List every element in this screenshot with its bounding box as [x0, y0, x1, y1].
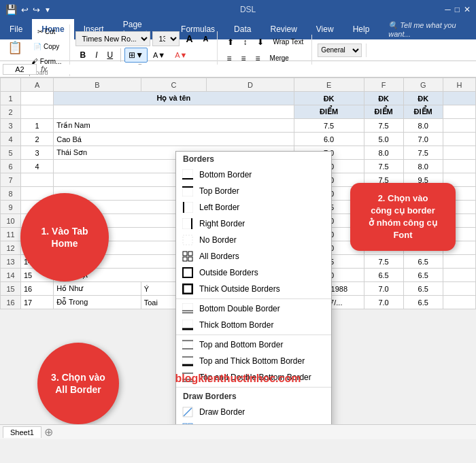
cell-H4[interactable]	[443, 133, 475, 146]
cell-B2[interactable]	[54, 105, 294, 119]
cell-F13[interactable]: 7.5	[364, 255, 403, 269]
cell-B4[interactable]: Cao Bá	[54, 133, 294, 146]
cell-A2[interactable]	[21, 105, 54, 119]
cell-F14[interactable]: 6.5	[364, 269, 403, 282]
cell-F1[interactable]: ĐK	[364, 92, 403, 105]
cell-B3[interactable]: Trần Nam	[54, 119, 294, 133]
align-middle-btn[interactable]: ↕	[239, 35, 252, 50]
cell-A7[interactable]	[21, 173, 54, 187]
align-top-btn[interactable]: ⬆	[223, 35, 238, 50]
menu-item-top-thick-bottom[interactable]: Top and Thick Bottom Border	[176, 353, 331, 369]
cell-F3[interactable]: 7.5	[364, 119, 403, 133]
cell-H1[interactable]	[443, 92, 475, 105]
cell-H3[interactable]	[443, 119, 475, 133]
undo-icon[interactable]: ↩	[21, 5, 29, 15]
col-D[interactable]: D	[207, 78, 294, 92]
align-bottom-btn[interactable]: ⬇	[253, 35, 268, 50]
add-sheet-btn[interactable]: ⊕	[44, 426, 53, 439]
redo-icon[interactable]: ↪	[33, 5, 40, 15]
menu-item-no-border[interactable]: No Border	[176, 232, 331, 248]
col-H[interactable]: H	[443, 78, 475, 92]
cell-F4[interactable]: 5.0	[364, 133, 403, 146]
cell-A16[interactable]: 17	[21, 296, 54, 309]
cell-E2[interactable]: ĐIỂM	[294, 105, 364, 119]
cell-A1[interactable]	[21, 92, 54, 105]
quick-access-more[interactable]: ▼	[44, 6, 51, 14]
sheet-tab-1[interactable]: Sheet1	[3, 426, 41, 438]
col-E[interactable]: E	[294, 78, 364, 92]
cell-G3[interactable]: 8.0	[403, 119, 443, 133]
close-btn[interactable]: ✕	[464, 5, 471, 14]
cell-F16[interactable]: 7.0	[364, 296, 403, 309]
merge-btn[interactable]: Merge	[266, 51, 293, 66]
font-color-btn[interactable]: A▼	[171, 48, 191, 63]
col-F[interactable]: F	[364, 78, 403, 92]
cell-F2[interactable]: ĐIỂM	[364, 105, 403, 119]
cell-G15[interactable]: 6.5	[403, 282, 443, 296]
menu-item-all-borders[interactable]: All Borders	[176, 248, 331, 264]
cell-G1[interactable]: ĐK	[403, 92, 443, 105]
col-G[interactable]: G	[403, 78, 443, 92]
tab-help[interactable]: Help	[343, 19, 379, 39]
menu-item-thick-outside[interactable]: Thick Outside Borders	[176, 281, 331, 297]
number-format-select[interactable]: General	[318, 44, 362, 57]
cell-F6[interactable]: 7.5	[364, 160, 403, 173]
cell-B15[interactable]: Hồ Như	[54, 282, 141, 296]
save-icon[interactable]: 💾	[5, 4, 17, 15]
tab-tell-me[interactable]: 🔍 Tell me what you want...	[379, 19, 476, 39]
cell-G4[interactable]: 7.0	[403, 133, 443, 146]
menu-item-top-bottom[interactable]: Top and Bottom Border	[176, 337, 331, 353]
copy-btn[interactable]: 📄 Copy	[27, 39, 65, 54]
bold-btn[interactable]: B	[75, 48, 90, 63]
cell-H16[interactable]	[443, 296, 475, 309]
cell-G14[interactable]: 6.5	[403, 269, 443, 282]
cell-H14[interactable]	[443, 269, 475, 282]
font-grow-btn[interactable]: A	[182, 31, 197, 46]
cell-A3[interactable]: 1	[21, 119, 54, 133]
cell-B1[interactable]: Họ và tên	[54, 92, 294, 105]
menu-item-bottom-double[interactable]: Bottom Double Border	[176, 301, 331, 317]
font-size-select[interactable]: 13	[152, 31, 180, 46]
menu-item-outside-borders[interactable]: Outside Borders	[176, 264, 331, 281]
cell-E1[interactable]: ĐK	[294, 92, 364, 105]
cell-H6[interactable]	[443, 160, 475, 173]
align-left-btn[interactable]: ≡	[223, 51, 236, 66]
col-A[interactable]: A	[21, 78, 54, 92]
cell-H5[interactable]	[443, 146, 475, 160]
italic-btn[interactable]: I	[91, 48, 101, 63]
menu-item-draw-border[interactable]: Draw Border	[176, 404, 331, 420]
cell-E3[interactable]: 7.5	[294, 119, 364, 133]
menu-item-top-border[interactable]: Top Border	[176, 183, 331, 199]
col-B[interactable]: B	[54, 78, 141, 92]
cell-F5[interactable]: 8.0	[364, 146, 403, 160]
cell-reference[interactable]	[3, 64, 37, 75]
font-shrink-btn[interactable]: A	[199, 31, 213, 46]
cell-A4[interactable]: 2	[21, 133, 54, 146]
formula-input[interactable]	[51, 65, 473, 74]
wrap-text-btn[interactable]: Wrap Text	[269, 35, 308, 50]
maximize-btn[interactable]: □	[455, 5, 460, 14]
cell-F15[interactable]: 7.0	[364, 282, 403, 296]
cell-H2[interactable]	[443, 105, 475, 119]
cell-B16[interactable]: Đỗ Trong	[54, 296, 141, 309]
cell-A6[interactable]: 4	[21, 160, 54, 173]
cell-A5[interactable]: 3	[21, 146, 54, 160]
paste-btn[interactable]: 📋	[4, 39, 26, 54]
align-right-btn[interactable]: ≡	[252, 51, 265, 66]
cell-G5[interactable]: 7.5	[403, 146, 443, 160]
cell-G2[interactable]: ĐIỂM	[403, 105, 443, 119]
cell-G13[interactable]: 6.5	[403, 255, 443, 269]
font-select[interactable]: Times New Ro...	[75, 31, 150, 46]
cell-G16[interactable]: 6.5	[403, 296, 443, 309]
fill-color-btn[interactable]: A▼	[149, 48, 169, 63]
cut-btn[interactable]: ✂ Cut	[27, 24, 65, 39]
minimize-btn[interactable]: ─	[445, 5, 451, 14]
cell-A15[interactable]: 16	[21, 282, 54, 296]
align-center-btn[interactable]: ≡	[237, 51, 250, 66]
cell-H15[interactable]	[443, 282, 475, 296]
menu-item-top-double-bottom[interactable]: Top and Double Bottom Border	[176, 369, 331, 385]
col-C[interactable]: C	[141, 78, 206, 92]
menu-item-right-border[interactable]: Right Border	[176, 216, 331, 232]
menu-item-draw-border-grid[interactable]: Draw Border Grid	[176, 420, 331, 424]
cell-E4[interactable]: 6.0	[294, 133, 364, 146]
